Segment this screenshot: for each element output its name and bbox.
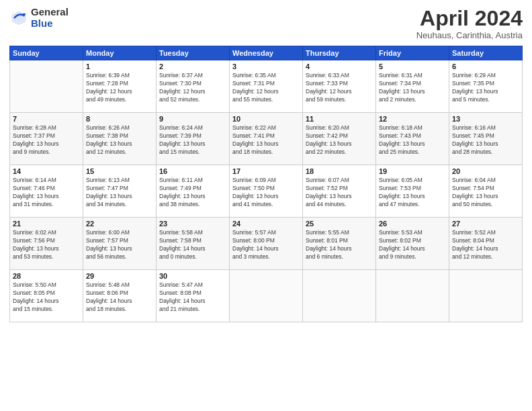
calendar-cell: 6Sunrise: 6:29 AM Sunset: 7:35 PM Daylig… [449,60,523,113]
cell-text: Sunrise: 5:52 AM Sunset: 8:04 PM Dayligh… [452,229,519,261]
cell-text: Sunrise: 6:39 AM Sunset: 7:28 PM Dayligh… [86,72,153,104]
cell-text: Sunrise: 6:29 AM Sunset: 7:35 PM Dayligh… [452,72,519,104]
day-number: 29 [86,272,153,280]
cell-text: Sunrise: 6:07 AM Sunset: 7:52 PM Dayligh… [306,177,373,209]
cell-text: Sunrise: 5:57 AM Sunset: 8:00 PM Dayligh… [232,229,300,261]
week-row-2: 14Sunrise: 6:14 AM Sunset: 7:46 PM Dayli… [10,165,523,218]
day-number: 26 [379,220,446,228]
calendar-cell: 5Sunrise: 6:31 AM Sunset: 7:34 PM Daylig… [376,60,449,113]
day-number: 8 [86,115,153,123]
logo: General Blue [9,7,69,29]
logo-icon [9,9,28,28]
cell-text: Sunrise: 6:35 AM Sunset: 7:31 PM Dayligh… [232,72,300,104]
location: Neuhaus, Carinthia, Austria [416,30,523,40]
cell-text: Sunrise: 6:24 AM Sunset: 7:39 PM Dayligh… [159,124,226,156]
calendar-cell: 14Sunrise: 6:14 AM Sunset: 7:46 PM Dayli… [10,165,83,218]
week-row-3: 21Sunrise: 6:02 AM Sunset: 7:56 PM Dayli… [10,218,523,270]
cell-text: Sunrise: 6:26 AM Sunset: 7:38 PM Dayligh… [86,124,153,156]
cell-text: Sunrise: 5:47 AM Sunset: 8:08 PM Dayligh… [159,281,226,314]
cell-text: Sunrise: 6:02 AM Sunset: 7:56 PM Dayligh… [13,229,80,261]
calendar-cell: 16Sunrise: 6:11 AM Sunset: 7:49 PM Dayli… [157,165,230,218]
calendar-header: SundayMondayTuesdayWednesdayThursdayFrid… [10,46,523,60]
weekday-header-row: SundayMondayTuesdayWednesdayThursdayFrid… [10,46,523,60]
day-number: 4 [306,62,373,71]
calendar-cell: 23Sunrise: 5:58 AM Sunset: 7:58 PM Dayli… [157,218,230,270]
calendar-cell: 25Sunrise: 5:55 AM Sunset: 8:01 PM Dayli… [303,218,376,270]
day-number: 22 [86,220,153,228]
calendar-cell: 2Sunrise: 6:37 AM Sunset: 7:30 PM Daylig… [157,60,230,113]
calendar-cell: 22Sunrise: 6:00 AM Sunset: 7:57 PM Dayli… [83,218,157,270]
calendar-cell: 15Sunrise: 6:13 AM Sunset: 7:47 PM Dayli… [83,165,157,218]
calendar-cell: 4Sunrise: 6:33 AM Sunset: 7:33 PM Daylig… [303,60,376,113]
calendar-cell: 27Sunrise: 5:52 AM Sunset: 8:04 PM Dayli… [449,218,523,270]
calendar-cell [230,270,303,322]
weekday-friday: Friday [376,46,449,60]
day-number: 12 [379,115,446,123]
cell-text: Sunrise: 6:04 AM Sunset: 7:54 PM Dayligh… [452,177,519,209]
weekday-saturday: Saturday [449,46,523,60]
week-row-0: 1Sunrise: 6:39 AM Sunset: 7:28 PM Daylig… [10,60,523,113]
calendar-cell: 12Sunrise: 6:18 AM Sunset: 7:43 PM Dayli… [376,113,449,165]
day-number: 24 [232,220,300,228]
calendar-cell: 8Sunrise: 6:26 AM Sunset: 7:38 PM Daylig… [83,113,157,165]
calendar-cell: 3Sunrise: 6:35 AM Sunset: 7:31 PM Daylig… [230,60,303,113]
calendar-cell [376,270,449,322]
cell-text: Sunrise: 5:50 AM Sunset: 8:05 PM Dayligh… [13,281,80,314]
calendar-cell: 19Sunrise: 6:05 AM Sunset: 7:53 PM Dayli… [376,165,449,218]
weekday-wednesday: Wednesday [230,46,303,60]
week-row-1: 7Sunrise: 6:28 AM Sunset: 7:37 PM Daylig… [10,113,523,165]
cell-text: Sunrise: 6:31 AM Sunset: 7:34 PM Dayligh… [379,72,446,104]
cell-text: Sunrise: 6:18 AM Sunset: 7:43 PM Dayligh… [379,124,446,156]
day-number: 7 [13,115,80,123]
day-number: 11 [306,115,373,123]
day-number: 27 [452,220,519,228]
day-number: 14 [13,167,80,175]
calendar-cell: 20Sunrise: 6:04 AM Sunset: 7:54 PM Dayli… [449,165,523,218]
calendar-cell: 13Sunrise: 6:16 AM Sunset: 7:45 PM Dayli… [449,113,523,165]
cell-text: Sunrise: 6:28 AM Sunset: 7:37 PM Dayligh… [13,124,80,156]
cell-text: Sunrise: 6:20 AM Sunset: 7:42 PM Dayligh… [306,124,373,156]
day-number: 3 [232,62,300,71]
cell-text: Sunrise: 5:58 AM Sunset: 7:58 PM Dayligh… [159,229,226,261]
page: General Blue April 2024 Neuhaus, Carinth… [0,0,532,411]
calendar-cell: 29Sunrise: 5:48 AM Sunset: 8:06 PM Dayli… [83,270,157,322]
cell-text: Sunrise: 6:05 AM Sunset: 7:53 PM Dayligh… [379,177,446,209]
calendar-table: SundayMondayTuesdayWednesdayThursdayFrid… [9,46,523,322]
day-number: 5 [379,62,446,71]
calendar-cell [10,60,83,113]
calendar-cell [449,270,523,322]
day-number: 2 [159,62,226,71]
week-row-4: 28Sunrise: 5:50 AM Sunset: 8:05 PM Dayli… [10,270,523,322]
cell-text: Sunrise: 6:13 AM Sunset: 7:47 PM Dayligh… [86,177,153,209]
day-number: 9 [159,115,226,123]
title-block: April 2024 Neuhaus, Carinthia, Austria [416,7,523,40]
day-number: 21 [13,220,80,228]
cell-text: Sunrise: 5:55 AM Sunset: 8:01 PM Dayligh… [306,229,373,261]
day-number: 20 [452,167,519,175]
cell-text: Sunrise: 6:22 AM Sunset: 7:41 PM Dayligh… [232,124,300,156]
cell-text: Sunrise: 6:37 AM Sunset: 7:30 PM Dayligh… [159,72,226,104]
calendar-cell: 28Sunrise: 5:50 AM Sunset: 8:05 PM Dayli… [10,270,83,322]
logo-blue: Blue [31,18,69,30]
weekday-monday: Monday [83,46,157,60]
header: General Blue April 2024 Neuhaus, Carinth… [9,7,523,40]
day-number: 23 [159,220,226,228]
day-number: 18 [306,167,373,175]
weekday-tuesday: Tuesday [157,46,230,60]
calendar-cell: 26Sunrise: 5:53 AM Sunset: 8:02 PM Dayli… [376,218,449,270]
cell-text: Sunrise: 6:16 AM Sunset: 7:45 PM Dayligh… [452,124,519,156]
cell-text: Sunrise: 6:33 AM Sunset: 7:33 PM Dayligh… [306,72,373,104]
cell-text: Sunrise: 6:14 AM Sunset: 7:46 PM Dayligh… [13,177,80,209]
day-number: 13 [452,115,519,123]
svg-marker-0 [12,11,26,25]
cell-text: Sunrise: 5:48 AM Sunset: 8:06 PM Dayligh… [86,281,153,314]
calendar-cell [303,270,376,322]
calendar-cell: 17Sunrise: 6:09 AM Sunset: 7:50 PM Dayli… [230,165,303,218]
calendar-cell: 7Sunrise: 6:28 AM Sunset: 7:37 PM Daylig… [10,113,83,165]
day-number: 17 [232,167,300,175]
calendar-cell: 11Sunrise: 6:20 AM Sunset: 7:42 PM Dayli… [303,113,376,165]
day-number: 6 [452,62,519,71]
cell-text: Sunrise: 5:53 AM Sunset: 8:02 PM Dayligh… [379,229,446,261]
cell-text: Sunrise: 6:11 AM Sunset: 7:49 PM Dayligh… [159,177,226,209]
month-title: April 2024 [416,7,523,30]
